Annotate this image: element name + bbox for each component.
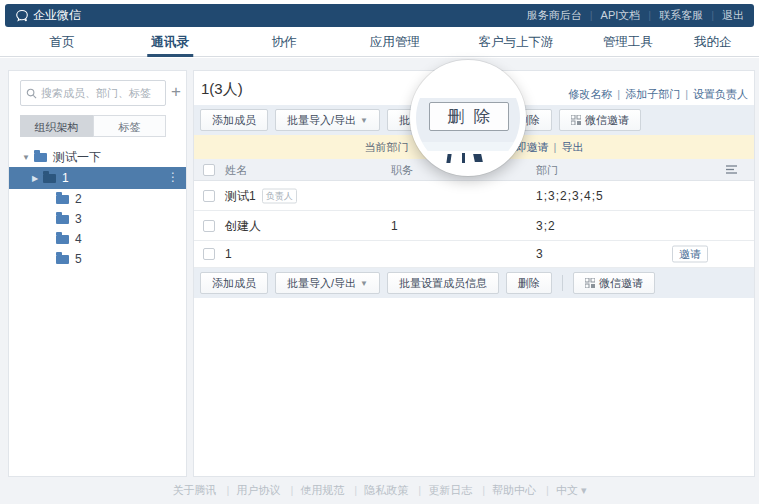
divider	[562, 275, 563, 291]
member-department: 3;2	[536, 219, 556, 233]
app-logo: 企业微信	[15, 7, 81, 24]
sidebar: + 组织架构 标签 ▼ 测试一下 ▶ 1 ⋮ 2 3 4 5	[8, 70, 187, 477]
toolbar-bottom: 添加成员 批量导入/导出▼ 批量设置成员信息 删除 微信邀请	[194, 268, 754, 298]
member-name: 1	[225, 247, 232, 261]
member-department: 3	[536, 247, 544, 261]
footer-link-rules[interactable]: 使用规范	[283, 484, 344, 496]
app-title: 企业微信	[33, 7, 81, 24]
link-contact-support[interactable]: 联系客服	[640, 8, 703, 23]
tab-labels[interactable]: 标签	[93, 115, 166, 137]
batch-import-export-button[interactable]: 批量导入/导出▼	[275, 109, 380, 131]
add-department-button[interactable]: +	[171, 83, 181, 100]
top-bar: 企业微信 服务商后台 API文档 联系客服 退出	[5, 4, 754, 27]
tree-item-root[interactable]: ▼ 测试一下	[9, 147, 186, 167]
table-row[interactable]: 创建人 1 3;2	[194, 211, 754, 241]
magnifier-lens: 删除	[410, 60, 526, 176]
magnified-text-fragment	[462, 153, 465, 163]
footer-language-select[interactable]: 中文 ▾	[539, 484, 586, 496]
chevron-down-icon: ▼	[360, 279, 368, 288]
select-all-checkbox[interactable]	[203, 164, 215, 176]
tree-item-label: 4	[75, 232, 82, 246]
manager-badge: 负责人	[262, 188, 297, 203]
notice-text: 当前部门	[365, 140, 409, 155]
page-title: 1(3人)	[201, 80, 243, 99]
department-action-links: 修改名称 添加子部门 设置负责人	[568, 87, 748, 102]
search-input[interactable]	[41, 87, 159, 99]
folder-icon	[56, 215, 69, 224]
member-department: 1;3;2;3;4;5	[536, 189, 604, 203]
tree-item-4[interactable]: 4	[9, 229, 186, 249]
add-subdepartment-link[interactable]: 添加子部门	[612, 87, 680, 102]
tab-home[interactable]: 首页	[46, 27, 79, 57]
more-options-icon[interactable]: ⋮	[167, 170, 179, 184]
member-name: 创建人	[225, 217, 261, 234]
tree-item-label: 5	[75, 252, 82, 266]
add-member-button[interactable]: 添加成员	[200, 109, 268, 131]
qr-code-icon	[585, 278, 595, 288]
table-row[interactable]: 测试1负责人 1;3;2;3;4;5	[194, 181, 754, 211]
tab-admin-tools[interactable]: 管理工具	[599, 27, 657, 57]
search-box	[20, 80, 166, 106]
wechat-invite-button[interactable]: 微信邀请	[573, 272, 655, 294]
footer-link-privacy[interactable]: 隐私政策	[347, 484, 408, 496]
qr-code-icon	[571, 115, 581, 125]
column-settings-icon[interactable]	[725, 163, 738, 176]
link-service-console[interactable]: 服务商后台	[527, 8, 582, 23]
magnified-text-fragment	[473, 154, 483, 162]
link-logout[interactable]: 退出	[703, 8, 744, 23]
row-checkbox[interactable]	[203, 220, 215, 232]
link-api-docs[interactable]: API文档	[582, 8, 641, 23]
member-title: 1	[391, 219, 398, 233]
column-department: 部门	[536, 162, 558, 177]
tab-my-company[interactable]: 我的企业	[690, 27, 736, 57]
batch-import-export-button[interactable]: 批量导入/导出▼	[275, 272, 380, 294]
folder-icon	[34, 153, 47, 162]
chevron-right-icon[interactable]: ▶	[30, 174, 40, 183]
footer: 关于腾讯 用户协议 使用规范 隐私政策 更新日志 帮助中心 中文 ▾	[0, 483, 759, 498]
row-checkbox[interactable]	[203, 190, 215, 202]
add-member-button[interactable]: 添加成员	[200, 272, 268, 294]
footer-link-about[interactable]: 关于腾讯	[172, 484, 216, 496]
tree-item-5[interactable]: 5	[9, 249, 186, 269]
magnified-delete-button[interactable]: 删除	[429, 102, 509, 131]
tree-item-2[interactable]: 2	[9, 189, 186, 209]
folder-icon	[56, 235, 69, 244]
main-nav: 首页 通讯录 协作 应用管理 客户与上下游 管理工具 我的企业	[0, 27, 759, 57]
rename-link[interactable]: 修改名称	[568, 87, 612, 102]
folder-icon	[56, 195, 69, 204]
folder-icon	[43, 174, 56, 183]
tree-item-label: 2	[75, 192, 82, 206]
tab-customers[interactable]: 客户与上下游	[475, 27, 558, 57]
lens-strip	[416, 142, 520, 151]
tree-item-3[interactable]: 3	[9, 209, 186, 229]
folder-icon	[56, 255, 69, 264]
footer-link-help[interactable]: 帮助中心	[475, 484, 536, 496]
export-link[interactable]: 导出	[561, 140, 583, 155]
set-manager-link[interactable]: 设置负责人	[680, 87, 748, 102]
batch-set-member-info-button[interactable]: 批量设置成员信息	[387, 272, 499, 294]
tree-item-1-selected[interactable]: ▶ 1 ⋮	[9, 167, 186, 189]
wechat-work-logo-icon	[15, 9, 29, 23]
invite-button[interactable]: 邀请	[672, 246, 708, 263]
search-icon	[26, 88, 37, 99]
tab-collaboration[interactable]: 协作	[268, 27, 301, 57]
row-checkbox[interactable]	[203, 248, 215, 260]
tab-contacts[interactable]: 通讯录	[147, 27, 193, 57]
divider: |	[554, 141, 557, 153]
tab-app-management[interactable]: 应用管理	[366, 27, 424, 57]
footer-link-changelog[interactable]: 更新日志	[411, 484, 472, 496]
tab-org-structure[interactable]: 组织架构	[20, 115, 93, 137]
member-name: 测试1负责人	[225, 187, 297, 204]
table-row[interactable]: 1 3 邀请	[194, 241, 754, 268]
footer-link-terms[interactable]: 用户协议	[220, 484, 281, 496]
department-tree: ▼ 测试一下 ▶ 1 ⋮ 2 3 4 5	[9, 147, 186, 269]
topbar-links: 服务商后台 API文档 联系客服 退出	[527, 8, 744, 23]
chevron-down-icon[interactable]: ▼	[21, 153, 31, 162]
tree-item-label: 1	[62, 171, 69, 185]
tree-item-label: 测试一下	[53, 149, 101, 166]
delete-button[interactable]: 删除	[506, 272, 552, 294]
column-title: 职务	[391, 162, 413, 177]
column-name: 姓名	[225, 162, 247, 177]
wechat-invite-button[interactable]: 微信邀请	[559, 109, 641, 131]
tree-item-label: 3	[75, 212, 82, 226]
